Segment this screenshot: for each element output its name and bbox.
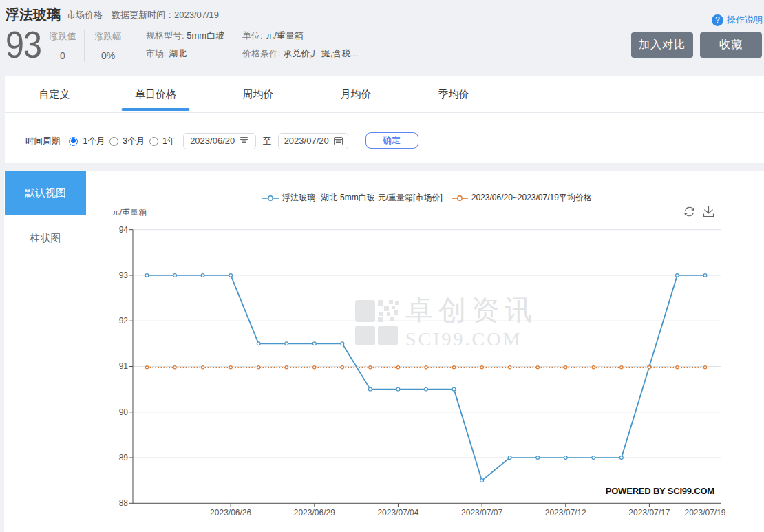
legend-item-price[interactable]: 浮法玻璃--湖北-5mm白玻-元/重量箱[市场价] [262, 192, 443, 204]
change-pct-label: 涨跌幅 [84, 30, 132, 43]
svg-text:88: 88 [119, 498, 129, 508]
radio-1year-label[interactable]: 1年 [162, 136, 176, 147]
radio-1month[interactable] [69, 137, 78, 146]
radio-1year[interactable] [149, 137, 158, 146]
download-icon[interactable] [702, 205, 715, 218]
product-title: 浮法玻璃 [6, 6, 61, 24]
unit-value: 元/重量箱 [265, 30, 304, 41]
chart-legend: 浮法玻璃--湖北-5mm白玻-元/重量箱[市场价] 2023/06/20~202… [133, 192, 721, 204]
legend-label-price: 浮法玻璃--湖北-5mm白玻-元/重量箱[市场价] [282, 192, 443, 204]
meta-unit-condition: 单位: 元/重量箱 价格条件: 承兑价,厂提,含税... [242, 31, 358, 67]
spec-label: 规格型号: [146, 30, 184, 41]
powered-by: POWERED BY SCI99.COM [606, 486, 714, 496]
svg-text:93: 93 [119, 270, 129, 280]
tab-quarterly-avg[interactable]: 季均价 [438, 88, 469, 101]
condition-value: 承兑价,厂提,含税... [283, 48, 358, 58]
date-from-value: 2023/06/20 [190, 136, 235, 146]
spec-value: 5mm白玻 [187, 30, 224, 41]
market-value: 湖北 [169, 48, 187, 58]
svg-text:2023/06/29: 2023/06/29 [294, 508, 335, 518]
change-value-block: 涨跌值 0 [39, 30, 87, 61]
svg-text:90: 90 [119, 407, 129, 417]
page: { "header": { "product": "浮法玻璃", "catego… [0, 0, 764, 532]
radio-3month[interactable] [109, 137, 118, 146]
tabs-bar: 自定义 单日价格 周均价 月均价 季均价 [5, 76, 764, 113]
calendar-icon [240, 136, 248, 145]
update-time-label: 数据更新时间： [112, 10, 174, 20]
tabs-filter-panel: 自定义 单日价格 周均价 月均价 季均价 时间周期 1个月 3个月 1年 202… [5, 76, 764, 163]
line-marker-icon [452, 195, 468, 202]
legend-item-average[interactable]: 2023/06/20~2023/07/19平均价格 [452, 192, 592, 204]
change-pct-block: 涨跌幅 0% [84, 30, 132, 61]
sidebar-item-default-view[interactable]: 默认视图 [5, 171, 86, 215]
radio-3month-label[interactable]: 3个月 [123, 136, 145, 147]
help-label: 操作说明 [727, 14, 763, 26]
svg-text:2023/06/26: 2023/06/26 [210, 508, 251, 518]
svg-text:91: 91 [119, 361, 129, 371]
y-axis-title: 元/重量箱 [112, 206, 147, 218]
current-price: 93 [6, 26, 41, 64]
change-value: 0 [39, 50, 87, 61]
product-category: 市场价格 [67, 9, 103, 21]
change-value-label: 涨跌值 [39, 30, 87, 43]
change-pct: 0% [84, 50, 132, 61]
question-icon: ? [712, 14, 723, 26]
svg-text:2023/07/07: 2023/07/07 [461, 508, 502, 518]
sidebar-item-bar-chart[interactable]: 柱状图 [10, 232, 81, 243]
meta-spec-market: 规格型号: 5mm白玻 市场: 湖北 [146, 31, 224, 67]
tab-daily-price[interactable]: 单日价格 [135, 88, 176, 101]
market-label: 市场: [146, 48, 167, 58]
condition-label: 价格条件: [242, 48, 281, 58]
filter-bar: 时间周期 1个月 3个月 1年 2023/06/20 至 2023/07/20 [5, 113, 764, 162]
date-to-input[interactable]: 2023/07/20 [278, 133, 348, 149]
svg-text:2023/07/17: 2023/07/17 [628, 508, 670, 518]
to-label: 至 [263, 136, 272, 147]
active-tab-underline [122, 108, 190, 111]
add-compare-button[interactable]: 加入对比 [631, 32, 693, 58]
calendar-icon [334, 136, 343, 145]
svg-text:2023/07/19: 2023/07/19 [684, 508, 725, 518]
price-chart[interactable]: 888990919293942023/06/262023/06/292023/0… [103, 220, 764, 527]
radio-1month-label[interactable]: 1个月 [83, 136, 105, 147]
update-time-value: 2023/07/19 [174, 10, 219, 20]
svg-text:94: 94 [119, 225, 129, 235]
tab-custom[interactable]: 自定义 [39, 88, 70, 101]
legend-label-average: 2023/06/20~2023/07/19平均价格 [471, 192, 592, 204]
svg-text:2023/07/04: 2023/07/04 [377, 508, 418, 518]
favorite-button[interactable]: 收藏 [700, 32, 762, 58]
date-to-value: 2023/07/20 [284, 136, 329, 146]
update-time: 数据更新时间：2023/07/19 [112, 9, 219, 21]
help-link[interactable]: ? 操作说明 [712, 14, 763, 26]
date-from-input[interactable]: 2023/06/20 [183, 133, 256, 149]
tab-monthly-avg[interactable]: 月均价 [341, 88, 372, 101]
svg-text:2023/07/12: 2023/07/12 [545, 508, 586, 518]
svg-text:89: 89 [119, 453, 129, 462]
line-marker-icon [262, 195, 279, 202]
period-label: 时间周期 [25, 136, 60, 147]
svg-text:92: 92 [119, 316, 129, 326]
chart-panel: 默认视图 柱状图 浮法玻璃--湖北-5mm白玻-元/重量箱[市场价] 2023/… [4, 171, 764, 532]
confirm-button[interactable]: 确定 [365, 132, 418, 149]
refresh-icon[interactable] [683, 205, 696, 218]
tab-weekly-avg[interactable]: 周均价 [243, 88, 274, 101]
unit-label: 单位: [242, 30, 263, 41]
page-header: 浮法玻璃 市场价格 数据更新时间：2023/07/19 ? 操作说明 93 涨跌… [0, 0, 764, 76]
